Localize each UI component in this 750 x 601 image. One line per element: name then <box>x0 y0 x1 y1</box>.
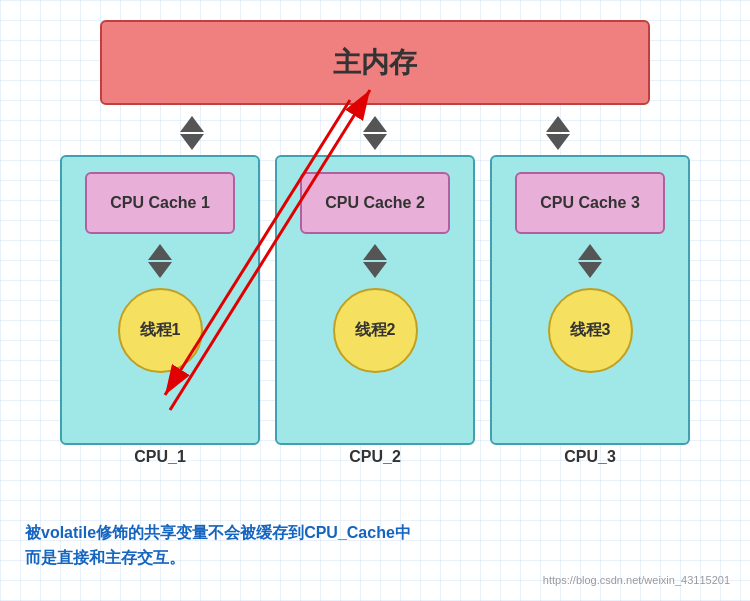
top-arrow-1 <box>180 116 204 150</box>
cpu-block-2: CPU Cache 2 线程2 <box>275 155 475 445</box>
annotation-line2: 而是直接和主存交互。 <box>25 545 725 571</box>
cpu-label-2: CPU_2 <box>275 448 475 466</box>
cpu-cache-box-3: CPU Cache 3 <box>515 172 665 234</box>
cpu-block-1: CPU Cache 1 线程1 <box>60 155 260 445</box>
thread-label-1: 线程1 <box>140 320 181 341</box>
cpu-cache-label-2: CPU Cache 2 <box>325 194 425 211</box>
inner-arrow-down-icon-1 <box>148 262 172 278</box>
thread-label-3: 线程3 <box>570 320 611 341</box>
arrow-up-icon <box>546 116 570 132</box>
arrow-down-icon <box>180 134 204 150</box>
main-memory-label: 主内存 <box>333 44 417 82</box>
cpu-cache-box-1: CPU Cache 1 <box>85 172 235 234</box>
arrow-down-icon <box>363 134 387 150</box>
cpu-label-1: CPU_1 <box>60 448 260 466</box>
top-arrows-row <box>100 108 650 158</box>
inner-arrow-up-icon-3 <box>578 244 602 260</box>
thread-circle-3: 线程3 <box>548 288 633 373</box>
inner-arrow-up-icon-1 <box>148 244 172 260</box>
arrow-up-icon <box>363 116 387 132</box>
thread-circle-2: 线程2 <box>333 288 418 373</box>
cpu-labels-row: CPU_1 CPU_2 CPU_3 <box>60 448 690 466</box>
cpu-cache-label-3: CPU Cache 3 <box>540 194 640 211</box>
cpu-row: CPU Cache 1 线程1 CPU Cache 2 线程2 <box>60 155 690 445</box>
arrow-down-icon <box>546 134 570 150</box>
top-arrow-2 <box>363 116 387 150</box>
main-memory-box: 主内存 <box>100 20 650 105</box>
cpu-block-3: CPU Cache 3 线程3 <box>490 155 690 445</box>
main-container: 主内存 CPU Cache 1 线程1 <box>0 0 750 601</box>
inner-arrow-3 <box>578 244 602 278</box>
watermark: https://blog.csdn.net/weixin_43115201 <box>543 574 730 586</box>
cpu-cache-box-2: CPU Cache 2 <box>300 172 450 234</box>
cpu-cache-label-1: CPU Cache 1 <box>110 194 210 211</box>
inner-arrow-1 <box>148 244 172 278</box>
thread-label-2: 线程2 <box>355 320 396 341</box>
thread-circle-1: 线程1 <box>118 288 203 373</box>
annotation-line1: 被volatile修饰的共享变量不会被缓存到CPU_Cache中 <box>25 520 725 546</box>
arrow-up-icon <box>180 116 204 132</box>
cpu-label-3: CPU_3 <box>490 448 690 466</box>
inner-arrow-down-icon-2 <box>363 262 387 278</box>
top-arrow-3 <box>546 116 570 150</box>
inner-arrow-2 <box>363 244 387 278</box>
inner-arrow-up-icon-2 <box>363 244 387 260</box>
inner-arrow-down-icon-3 <box>578 262 602 278</box>
bottom-annotation: 被volatile修饰的共享变量不会被缓存到CPU_Cache中 而是直接和主存… <box>25 520 725 571</box>
